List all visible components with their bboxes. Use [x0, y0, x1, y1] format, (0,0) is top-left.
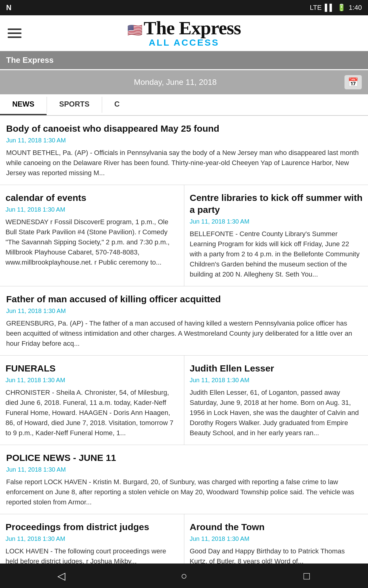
article-centre-libraries[interactable]: Centre libraries to kick off summer with…: [184, 185, 368, 286]
article-snippet: GREENSBURG, Pa. (AP) - The father of a m…: [6, 318, 362, 349]
article-police-news[interactable]: POLICE NEWS - JUNE 11 Jun 11, 2018 1:30 …: [0, 445, 368, 514]
article-snippet: BELLEFONTE - Centre County Library's Sum…: [190, 229, 363, 279]
article-title: Centre libraries to kick off summer with…: [190, 192, 363, 216]
article-date: Jun 11, 2018 1:30 AM: [6, 206, 178, 213]
recent-apps-button[interactable]: □: [294, 567, 319, 585]
article-snippet: WEDNESDAY r Fossil DiscoverE program, 1 …: [6, 217, 178, 267]
home-button[interactable]: ○: [172, 567, 196, 585]
article-snippet: False report LOCK HAVEN - Kristin M. Bur…: [6, 477, 362, 507]
section-header: The Express: [0, 51, 368, 70]
article-date: Jun 11, 2018 1:30 AM: [6, 535, 178, 542]
article-title: Body of canoeist who disappeared May 25 …: [6, 123, 362, 134]
article-judith-lesser[interactable]: Judith Ellen Lesser Jun 11, 2018 1:30 AM…: [184, 356, 368, 445]
article-snippet: MOUNT BETHEL, Pa. (AP) - Officials in Pe…: [6, 148, 362, 178]
status-right-icons: LTE ▌▌ 🔋 1:40: [310, 4, 362, 12]
hamburger-line-2: [8, 32, 21, 34]
article-date: Jun 11, 2018 1:30 AM: [6, 137, 362, 144]
date-bar: Monday, June 11, 2018 📅: [0, 70, 368, 94]
tab-news[interactable]: NEWS: [0, 94, 47, 115]
logo-area: 🇺🇸The Express ALL ACCESS: [23, 18, 345, 48]
time-display: 1:40: [349, 4, 362, 12]
article-row-2: FUNERALS Jun 11, 2018 1:30 AM CHRONISTER…: [0, 356, 368, 445]
article-title: FUNERALS: [6, 362, 178, 374]
date-display: Monday, June 11, 2018: [6, 77, 344, 87]
article-snippet: CHRONISTER - Sheila A. Chronister, 54, o…: [6, 387, 178, 438]
bottom-navigation: ◁ ○ □: [0, 564, 368, 588]
logo-title: 🇺🇸The Express: [23, 18, 345, 37]
article-date: Jun 11, 2018 1:30 AM: [190, 377, 363, 384]
hamburger-line-3: [8, 36, 21, 38]
article-date: Jun 11, 2018 1:30 AM: [6, 466, 362, 473]
lte-icon: LTE: [310, 4, 322, 12]
status-bar: N LTE ▌▌ 🔋 1:40: [0, 0, 368, 15]
article-row-1: calendar of events Jun 11, 2018 1:30 AM …: [0, 185, 368, 286]
article-title: POLICE NEWS - JUNE 11: [6, 452, 362, 464]
article-date: Jun 11, 2018 1:30 AM: [6, 377, 178, 384]
article-snippet: Judith Ellen Lesser, 61, of Loganton, pa…: [190, 387, 363, 438]
article-title: Proceedings from district judges: [6, 521, 178, 533]
hamburger-line-1: [8, 28, 21, 30]
article-title: Judith Ellen Lesser: [190, 362, 363, 374]
tabs-bar: NEWS SPORTS C: [0, 94, 368, 116]
tab-c[interactable]: C: [102, 94, 132, 115]
article-funerals[interactable]: FUNERALS Jun 11, 2018 1:30 AM CHRONISTER…: [0, 356, 184, 445]
back-button[interactable]: ◁: [49, 567, 74, 585]
article-title: calendar of events: [6, 192, 178, 204]
article-canoeist[interactable]: Body of canoeist who disappeared May 25 …: [0, 116, 368, 185]
status-app-icon: N: [6, 3, 11, 12]
hamburger-button[interactable]: [6, 27, 23, 40]
flag-icon: 🇺🇸: [127, 24, 142, 36]
content-area: Body of canoeist who disappeared May 25 …: [0, 116, 368, 588]
article-date: Jun 11, 2018 1:30 AM: [190, 535, 363, 542]
calendar-button[interactable]: 📅: [344, 75, 362, 89]
article-date: Jun 11, 2018 1:30 AM: [190, 218, 363, 225]
article-father-acquitted[interactable]: Father of man accused of killing officer…: [0, 286, 368, 356]
battery-icon: 🔋: [337, 4, 346, 12]
signal-bars-icon: ▌▌: [325, 4, 334, 12]
logo-subtitle: ALL ACCESS: [23, 37, 345, 48]
app-header: 🇺🇸The Express ALL ACCESS: [0, 15, 368, 51]
article-title: Around the Town: [190, 521, 363, 533]
article-date: Jun 11, 2018 1:30 AM: [6, 307, 362, 315]
tab-sports[interactable]: SPORTS: [47, 94, 102, 115]
article-calendar[interactable]: calendar of events Jun 11, 2018 1:30 AM …: [0, 185, 184, 286]
article-title: Father of man accused of killing officer…: [6, 293, 362, 305]
section-label: The Express: [6, 55, 54, 65]
